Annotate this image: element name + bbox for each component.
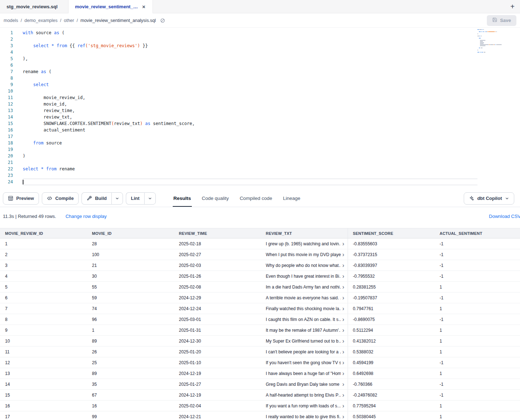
tab-compiled-code[interactable]: Compiled code xyxy=(234,190,278,207)
expand-review-icon[interactable]: › xyxy=(342,381,344,387)
save-icon xyxy=(492,17,497,23)
editor-line-23[interactable]: 23 xyxy=(0,172,520,179)
editor-line-17[interactable]: 17 xyxy=(0,133,520,140)
editor-line-6[interactable]: 6 xyxy=(0,62,520,68)
cell: -1 xyxy=(435,260,520,271)
editor-line-16[interactable]: 16 actual_sentiment xyxy=(0,127,520,133)
expand-review-icon[interactable]: › xyxy=(342,284,344,290)
editor-tab-bar: stg_movie_reviews.sql movie_review_senti… xyxy=(0,0,520,13)
breadcrumb-other[interactable]: other xyxy=(64,18,74,23)
lint-button[interactable]: Lint xyxy=(126,192,144,205)
review-txt-cell: A half-hearted attempt to bring Elvis P…… xyxy=(261,390,348,401)
dbt-copilot-button[interactable]: dbt Copilot xyxy=(464,192,514,205)
cell: 0.41382012 xyxy=(348,336,435,347)
cell: 67 xyxy=(87,390,174,401)
table-row: 4302025-01-26Even though I have great in… xyxy=(0,271,520,282)
tab-results[interactable]: Results xyxy=(168,190,197,207)
review-txt-cell: I can't believe people are looking for a… xyxy=(261,347,348,357)
results-table: MOVIE_REVIEW_IDMOVIE_IDREVIEW_TIMEREVIEW… xyxy=(0,228,520,420)
build-options-button[interactable] xyxy=(111,192,123,205)
editor-line-10[interactable]: 10 xyxy=(0,88,520,94)
query-status: 11.3s | Returned 49 rows. xyxy=(3,214,56,219)
editor-line-11[interactable]: 11 movie_review_id, xyxy=(0,94,520,101)
breadcrumb: models / demo_examples / other / movie_r… xyxy=(4,18,165,23)
tab-movie-review-sentiment[interactable]: movie_review_sentiment_… × xyxy=(69,0,153,13)
editor-line-4[interactable]: 4 xyxy=(0,49,520,55)
editor-line-3[interactable]: 3 select * from {{ ref('stg_movie_review… xyxy=(0,43,520,49)
minimap-line xyxy=(477,38,504,39)
expand-review-icon[interactable]: › xyxy=(342,295,344,301)
cell: 100 xyxy=(87,249,174,260)
cell: -0.37372315 xyxy=(348,249,435,260)
expand-review-icon[interactable]: › xyxy=(342,349,344,355)
table-row: 17992024-12-21I really wanted to be able… xyxy=(0,411,520,420)
expand-review-icon[interactable]: › xyxy=(342,371,344,376)
cell: 89 xyxy=(87,336,174,347)
tab-lineage[interactable]: Lineage xyxy=(278,190,306,207)
editor-line-1[interactable]: 1with source as ( xyxy=(0,30,520,36)
editor-line-22[interactable]: 22select * from rename xyxy=(0,166,520,172)
editor-line-8[interactable]: 8 xyxy=(0,75,520,81)
editor-line-20[interactable]: 20) xyxy=(0,153,520,159)
editor-line-21[interactable]: 21 xyxy=(0,159,520,166)
cell: -1 xyxy=(435,292,520,303)
expand-review-icon[interactable]: › xyxy=(342,338,344,344)
expand-review-icon[interactable]: › xyxy=(342,414,344,420)
preview-button[interactable]: Preview xyxy=(3,192,39,205)
table-row: 7742024-12-24Finally watched this shocki… xyxy=(0,303,520,314)
line-number: 12 xyxy=(0,101,13,107)
tab-stg-movie-reviews[interactable]: stg_movie_reviews.sql xyxy=(0,0,69,13)
build-button[interactable]: Build xyxy=(81,192,111,205)
editor-line-2[interactable]: 2 xyxy=(0,36,520,43)
expand-review-icon[interactable]: › xyxy=(342,360,344,366)
review-txt: A half-hearted attempt to bring Elvis P… xyxy=(266,393,341,398)
expand-review-icon[interactable]: › xyxy=(342,273,344,279)
expand-review-icon[interactable]: › xyxy=(342,317,344,322)
editor-line-15[interactable]: 15 SNOWFLAKE.CORTEX.SENTIMENT(review_txt… xyxy=(0,120,520,127)
cell: 1 xyxy=(435,347,520,357)
save-button[interactable]: Save xyxy=(487,15,516,26)
review-txt: I caught this film on AZN on cable. It s… xyxy=(266,317,341,322)
expand-review-icon[interactable]: › xyxy=(342,392,344,398)
editor-line-13[interactable]: 13 review_time, xyxy=(0,107,520,114)
editor-line-7[interactable]: 7rename as ( xyxy=(0,68,520,75)
download-csv-link[interactable]: Download CSV xyxy=(489,214,520,219)
editor-line-18[interactable]: 18 from source xyxy=(0,140,520,146)
expand-review-icon[interactable]: › xyxy=(342,327,344,333)
editor-line-5[interactable]: 5), xyxy=(0,55,520,62)
code-editor[interactable]: 1with source as (23 select * from {{ ref… xyxy=(0,28,520,190)
editor-line-24[interactable]: 24 xyxy=(0,179,520,185)
cell: 12 xyxy=(0,357,87,368)
line-number: 9 xyxy=(0,81,13,88)
chevron-down-icon xyxy=(505,196,509,201)
code-line: select * from {{ ref('stg_movie_reviews'… xyxy=(23,43,477,49)
breadcrumb-separator: / xyxy=(21,18,22,23)
minimap-line xyxy=(477,31,504,32)
cell: 35 xyxy=(87,379,174,390)
table-row: 3212025-02-03Why do people who do not kn… xyxy=(0,260,520,271)
cell: -0.19507837 xyxy=(348,292,435,303)
close-icon[interactable]: × xyxy=(141,4,146,10)
table-row: 21002025-02-27When I put this movie in m… xyxy=(0,249,520,260)
editor-line-12[interactable]: 12 movie_id, xyxy=(0,101,520,107)
review-txt: Why do people who do not know what… xyxy=(266,263,341,268)
change-row-display-link[interactable]: Change row display xyxy=(66,214,107,219)
expand-review-icon[interactable]: › xyxy=(342,263,344,268)
cell: 2025-02-04 xyxy=(174,401,261,411)
expand-review-icon[interactable]: › xyxy=(342,306,344,312)
expand-review-icon[interactable]: › xyxy=(342,241,344,247)
tab-code-quality[interactable]: Code quality xyxy=(197,190,234,207)
expand-review-icon[interactable]: › xyxy=(342,403,344,409)
minimap[interactable] xyxy=(477,29,504,55)
editor-line-14[interactable]: 14 review_txt, xyxy=(0,114,520,120)
editor-line-9[interactable]: 9 select xyxy=(0,81,520,88)
minimap-line xyxy=(477,53,504,54)
compile-button[interactable]: Compile xyxy=(42,192,79,205)
new-tab-button[interactable]: + xyxy=(505,0,520,13)
breadcrumb-demo-examples[interactable]: demo_examples xyxy=(25,18,58,23)
lint-options-button[interactable] xyxy=(144,192,156,205)
editor-line-19[interactable]: 19 xyxy=(0,146,520,153)
breadcrumb-separator: / xyxy=(76,18,78,23)
breadcrumb-models[interactable]: models xyxy=(4,18,18,23)
expand-review-icon[interactable]: › xyxy=(342,252,344,258)
